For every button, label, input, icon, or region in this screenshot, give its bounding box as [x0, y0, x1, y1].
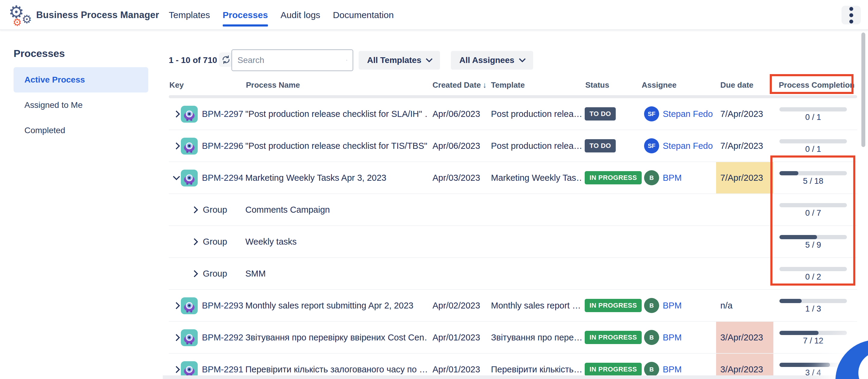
column-header-process-name[interactable]: Process Name [246, 81, 300, 90]
chevron-icon[interactable] [190, 269, 199, 278]
table-row[interactable]: Group SMM 0 / 2 [169, 258, 857, 290]
status-badge: IN PROGRESS [585, 171, 642, 184]
progress-bar [779, 235, 847, 239]
column-header-status[interactable]: Status [585, 81, 609, 90]
chevron-icon[interactable] [173, 365, 181, 374]
process-key: BPM-2293 [202, 290, 243, 321]
column-header-assignee[interactable]: Assignee [642, 81, 677, 90]
assignee-link[interactable]: BPM [663, 333, 682, 343]
progress-bar-fill [779, 299, 802, 303]
bottom-row-edge [163, 375, 868, 379]
refresh-button[interactable] [219, 53, 233, 67]
assignee-cell: B BPM [644, 290, 713, 321]
chevron-down-icon [519, 56, 526, 63]
column-header-created-date[interactable]: Created Date↓ [433, 81, 487, 90]
avatar: B [644, 298, 659, 313]
process-name[interactable]: Comments Campaign [245, 194, 428, 225]
progress-bar [779, 267, 847, 271]
main-nav: Templates Processes Audit logs Documenta… [169, 0, 406, 30]
all-templates-filter[interactable]: All Templates [359, 51, 440, 70]
chevron-icon[interactable] [173, 109, 181, 118]
scrollbar-thumb[interactable] [861, 33, 865, 147]
table-header-divider [169, 95, 857, 98]
assignee-link[interactable]: BPM [663, 173, 682, 183]
status-badge: TO DO [585, 107, 616, 121]
progress-label: 0 / 7 [779, 209, 847, 218]
progress-label: 5 / 18 [779, 177, 847, 186]
process-name[interactable]: Weekly tasks [245, 226, 428, 257]
result-count: 1 - 10 of 710 [169, 56, 217, 65]
sidebar-item-active-process[interactable]: Active Process [13, 67, 148, 93]
process-name[interactable]: Звітування про перевірку ввірених Cost C… [245, 322, 428, 353]
table-row[interactable]: BPM-2292 Звітування про перевірку ввірен… [169, 322, 857, 354]
group-label: Group [203, 226, 227, 257]
template-name: Monthly sales report … [491, 290, 581, 321]
process-name[interactable]: "Post production release checklist for S… [245, 98, 428, 130]
table-row[interactable]: BPM-2297 "Post production release checkl… [169, 98, 857, 130]
app-header: ⚙ ⚙ ⚙ Business Process Manager Templates… [0, 0, 868, 30]
progress-bar [779, 203, 847, 207]
table-row[interactable]: BPM-2296 "Post production release checkl… [169, 130, 857, 162]
process-completion-cell: 1 / 3 [779, 290, 847, 321]
chevron-icon[interactable] [173, 141, 181, 150]
process-name[interactable]: "Post production release checklist for T… [245, 130, 428, 161]
process-name[interactable]: Marketing Weekly Tasks Apr 3, 2023 [245, 162, 428, 193]
avatar: SF [644, 138, 659, 153]
all-assignees-filter[interactable]: All Assignees [451, 51, 533, 70]
chevron-icon[interactable] [190, 237, 199, 246]
chevron-icon[interactable] [190, 205, 199, 214]
chevron-icon[interactable] [173, 301, 181, 310]
process-name[interactable]: Monthly sales report submitting Apr 2, 2… [245, 290, 428, 321]
app-title: Business Process Manager [36, 0, 159, 30]
table-row[interactable]: BPM-2293 Monthly sales report submitting… [169, 290, 857, 322]
avatar: B [644, 170, 659, 185]
column-header-template[interactable]: Template [491, 81, 525, 90]
progress-bar [779, 171, 847, 175]
assignee-link[interactable]: BPM [663, 365, 682, 375]
table-row[interactable]: BPM-2294 Marketing Weekly Tasks Apr 3, 2… [169, 162, 857, 194]
kebab-menu-icon [849, 13, 853, 17]
assignee-link[interactable]: Stepan Fedori [663, 141, 713, 151]
process-key: BPM-2292 [202, 322, 243, 353]
table-row[interactable]: Group Weekly tasks 5 / 9 [169, 226, 857, 258]
assignee-link[interactable]: BPM [663, 301, 682, 311]
template-name: Post production relea… [491, 98, 581, 130]
table-row[interactable]: Group Comments Campaign 0 / 7 [169, 194, 857, 226]
gear-icon: ⚙ [22, 13, 32, 26]
process-name[interactable]: SMM [245, 258, 428, 289]
search-box [231, 50, 353, 71]
nav-documentation[interactable]: Documentation [333, 0, 394, 30]
column-header-key[interactable]: Key [169, 81, 184, 90]
kebab-menu-button[interactable] [841, 6, 861, 24]
app-logo-gears-icon: ⚙ ⚙ ⚙ [8, 2, 37, 29]
chevron-icon[interactable] [173, 333, 181, 342]
chevron-icon[interactable] [173, 173, 181, 182]
status-cell: IN PROGRESS [585, 162, 642, 193]
status-badge: IN PROGRESS [585, 331, 642, 344]
avatar: SF [644, 106, 659, 121]
sort-desc-icon: ↓ [483, 81, 487, 90]
sidebar-item-completed[interactable]: Completed [13, 118, 148, 143]
assignee-link[interactable]: Stepan Fedori [663, 109, 713, 119]
kebab-menu-icon [849, 7, 853, 11]
nav-templates[interactable]: Templates [169, 0, 210, 30]
progress-bar [779, 331, 847, 335]
group-label: Group [203, 258, 227, 289]
due-date: 7/Apr/2023 [720, 130, 763, 161]
assignee-cell: SF Stepan Fedori [644, 98, 713, 130]
progress-bar-fill [779, 331, 818, 335]
column-header-due-date[interactable]: Due date [720, 81, 753, 90]
column-header-process-completion[interactable]: Process Completion [779, 81, 855, 90]
sidebar-item-assigned-to-me[interactable]: Assigned to Me [13, 93, 148, 118]
process-icon [181, 169, 198, 187]
table-body: BPM-2297 "Post production release checkl… [169, 98, 857, 379]
search-input[interactable] [238, 56, 346, 65]
business-process-manager-app: ⚙ ⚙ ⚙ Business Process Manager Templates… [0, 0, 868, 379]
process-icon [181, 138, 198, 155]
process-key: BPM-2297 [202, 98, 243, 130]
process-completion-cell: 5 / 18 [779, 162, 847, 193]
created-date: Apr/02/2023 [433, 290, 480, 321]
nav-audit-logs[interactable]: Audit logs [281, 0, 320, 30]
nav-processes[interactable]: Processes [223, 0, 268, 30]
progress-bar [779, 363, 847, 367]
